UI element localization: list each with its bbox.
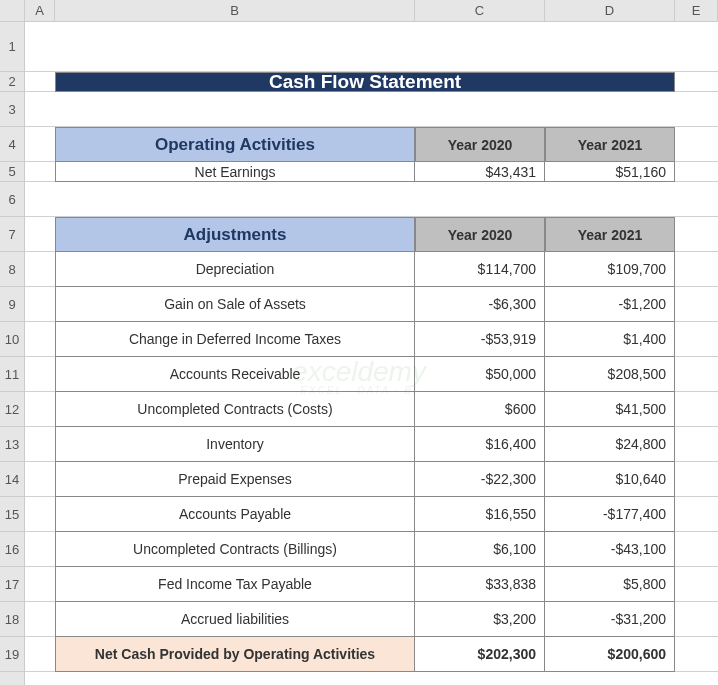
cell[interactable] (675, 672, 718, 685)
col-year-2020[interactable]: Year 2020 (415, 127, 545, 162)
table-row-label[interactable]: Uncompleted Contracts (Costs) (55, 392, 415, 427)
cell[interactable] (675, 357, 718, 392)
table-row-label[interactable]: Accrued liabilities (55, 602, 415, 637)
row-header-13[interactable]: 13 (0, 427, 25, 462)
table-row-val-2021[interactable]: -$43,100 (545, 532, 675, 567)
cell[interactable] (675, 497, 718, 532)
cell[interactable] (25, 322, 55, 357)
cell[interactable] (25, 357, 55, 392)
row-net-earnings-2020[interactable]: $43,431 (415, 162, 545, 182)
page-title[interactable]: Cash Flow Statement (55, 72, 675, 92)
table-row-val-2020[interactable]: $3,200 (415, 602, 545, 637)
cell[interactable] (675, 567, 718, 602)
row-header-2[interactable]: 2 (0, 72, 25, 92)
row-net-cash-total-label[interactable]: Net Cash Provided by Operating Activitie… (55, 637, 415, 672)
table-row-val-2021[interactable]: $24,800 (545, 427, 675, 462)
cell[interactable] (415, 672, 545, 685)
cell[interactable] (675, 462, 718, 497)
row-header-4[interactable]: 4 (0, 127, 25, 162)
col-header-d[interactable]: D (545, 0, 675, 22)
cell[interactable] (675, 322, 718, 357)
cell[interactable] (25, 72, 55, 92)
row-header-19[interactable]: 19 (0, 637, 25, 672)
cell[interactable] (25, 127, 55, 162)
table-row-val-2021[interactable]: $208,500 (545, 357, 675, 392)
table-row-label[interactable]: Accounts Receivable (55, 357, 415, 392)
cell[interactable] (675, 127, 718, 162)
table-row-label[interactable]: Accounts Payable (55, 497, 415, 532)
row-header-17[interactable]: 17 (0, 567, 25, 602)
row-header-8[interactable]: 8 (0, 252, 25, 287)
table-row-val-2021[interactable]: $1,400 (545, 322, 675, 357)
table-row-label[interactable]: Depreciation (55, 252, 415, 287)
row-header-12[interactable]: 12 (0, 392, 25, 427)
row-header-9[interactable]: 9 (0, 287, 25, 322)
cell[interactable] (545, 672, 675, 685)
cell[interactable] (25, 637, 55, 672)
col-year-2021[interactable]: Year 2021 (545, 217, 675, 252)
cell[interactable] (25, 532, 55, 567)
cell[interactable] (675, 252, 718, 287)
table-row-val-2021[interactable]: $109,700 (545, 252, 675, 287)
cell[interactable] (25, 497, 55, 532)
table-row-val-2020[interactable]: $6,100 (415, 532, 545, 567)
col-header-b[interactable]: B (55, 0, 415, 22)
row-header-1[interactable]: 1 (0, 22, 25, 72)
col-year-2020[interactable]: Year 2020 (415, 217, 545, 252)
cell[interactable] (55, 672, 415, 685)
cell[interactable] (25, 22, 55, 72)
cell[interactable] (25, 602, 55, 637)
cell[interactable] (415, 22, 545, 72)
row-header-7[interactable]: 7 (0, 217, 25, 252)
cell[interactable] (675, 22, 718, 72)
cell[interactable] (675, 602, 718, 637)
col-header-e[interactable]: E (675, 0, 718, 22)
cell[interactable] (25, 672, 55, 685)
cell[interactable] (25, 287, 55, 322)
cell[interactable] (545, 22, 675, 72)
table-row-val-2020[interactable]: $114,700 (415, 252, 545, 287)
cell[interactable] (25, 217, 55, 252)
cell[interactable] (25, 252, 55, 287)
cell[interactable] (25, 427, 55, 462)
table-row-label[interactable]: Fed Income Tax Payable (55, 567, 415, 602)
cell[interactable] (25, 162, 55, 182)
table-row-val-2020[interactable]: $16,550 (415, 497, 545, 532)
cell[interactable] (415, 182, 545, 217)
table-row-label[interactable]: Gain on Sale of Assets (55, 287, 415, 322)
table-row-val-2020[interactable]: $16,400 (415, 427, 545, 462)
cell[interactable] (675, 532, 718, 567)
table-row-label[interactable]: Inventory (55, 427, 415, 462)
row-net-cash-total-2021[interactable]: $200,600 (545, 637, 675, 672)
row-header-18[interactable]: 18 (0, 602, 25, 637)
cell[interactable] (545, 182, 675, 217)
row-header-15[interactable]: 15 (0, 497, 25, 532)
table-row-val-2020[interactable]: $50,000 (415, 357, 545, 392)
table-row-val-2021[interactable]: $5,800 (545, 567, 675, 602)
cell[interactable] (415, 92, 545, 127)
col-header-a[interactable]: A (25, 0, 55, 22)
cell[interactable] (675, 162, 718, 182)
row-header-16[interactable]: 16 (0, 532, 25, 567)
select-all-corner[interactable] (0, 0, 25, 22)
cell[interactable] (55, 92, 415, 127)
table-row-val-2021[interactable]: $41,500 (545, 392, 675, 427)
table-row-val-2020[interactable]: -$22,300 (415, 462, 545, 497)
row-header-5[interactable]: 5 (0, 162, 25, 182)
row-header-3[interactable]: 3 (0, 92, 25, 127)
row-net-earnings-2021[interactable]: $51,160 (545, 162, 675, 182)
cell[interactable] (25, 462, 55, 497)
row-header-14[interactable]: 14 (0, 462, 25, 497)
table-row-label[interactable]: Change in Deferred Income Taxes (55, 322, 415, 357)
cell[interactable] (545, 92, 675, 127)
cell[interactable] (675, 217, 718, 252)
cell[interactable] (675, 427, 718, 462)
table-row-val-2021[interactable]: -$31,200 (545, 602, 675, 637)
col-header-c[interactable]: C (415, 0, 545, 22)
col-year-2021[interactable]: Year 2021 (545, 127, 675, 162)
row-net-cash-total-2020[interactable]: $202,300 (415, 637, 545, 672)
row-header-11[interactable]: 11 (0, 357, 25, 392)
table-row-label[interactable]: Uncompleted Contracts (Billings) (55, 532, 415, 567)
cell[interactable] (675, 392, 718, 427)
section-adjustments-header[interactable]: Adjustments (55, 217, 415, 252)
